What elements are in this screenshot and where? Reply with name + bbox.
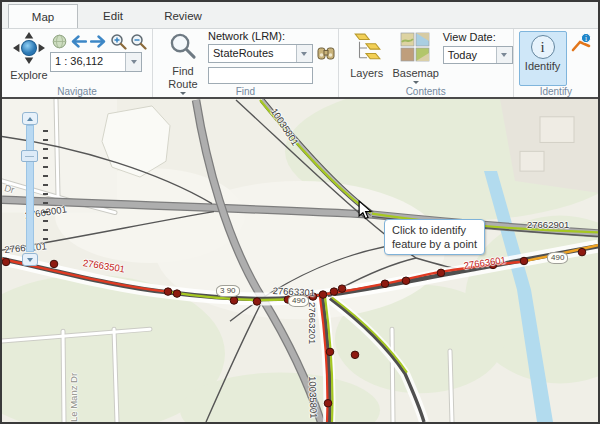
scale-value: 1 : 36,112 xyxy=(51,53,125,71)
event-editor-window: Map Edit Review Explore xyxy=(0,0,600,424)
zoom-in-icon[interactable] xyxy=(110,33,127,54)
tab-map[interactable]: Map xyxy=(8,4,78,28)
chevron-down-icon xyxy=(501,53,507,57)
group-contents: Layers Basemap xyxy=(339,29,514,97)
route-id-label: 27663201 xyxy=(307,302,318,344)
chevron-down-icon xyxy=(301,52,307,56)
route-shield: 490 xyxy=(288,295,309,307)
tooltip-line2: feature by a point xyxy=(392,237,477,251)
find-route-label-line1: Find xyxy=(172,65,193,77)
layers-button[interactable]: Layers xyxy=(345,31,389,80)
route-point-marker xyxy=(253,298,261,306)
info-icon: i xyxy=(531,35,555,59)
layers-icon xyxy=(352,32,382,66)
zoom-slider-tick xyxy=(43,184,48,186)
network-dropdown-button[interactable] xyxy=(296,45,312,62)
route-point-marker xyxy=(164,288,172,296)
zoom-slider-tick xyxy=(43,157,48,159)
route-shield: 3 90 xyxy=(216,285,240,297)
explore-label: Explore xyxy=(10,69,47,81)
basemap-label: Basemap xyxy=(392,67,438,79)
route-input[interactable] xyxy=(208,67,313,84)
tooltip-line1: Click to identify xyxy=(392,223,477,237)
identify-tooltip: Click to identify feature by a point xyxy=(384,219,485,255)
identify-route-location-icon[interactable]: i xyxy=(571,33,592,58)
svg-text:i: i xyxy=(585,34,587,43)
map-zoom-slider xyxy=(20,112,50,268)
find-group-label: Find xyxy=(153,86,338,97)
triangle-up-icon xyxy=(27,117,33,121)
zoom-slider-tick xyxy=(43,220,48,222)
route-point-marker xyxy=(324,399,332,407)
route-point-marker xyxy=(319,291,327,299)
route-point-marker xyxy=(50,260,58,268)
view-date-value: Today xyxy=(444,47,496,63)
identify-button-label: Identify xyxy=(525,60,560,72)
contents-group-label: Contents xyxy=(339,86,513,97)
street-name-label: Le Manz Dr xyxy=(68,373,79,422)
route-point-marker xyxy=(351,351,359,359)
network-combobox[interactable]: StateRoutes xyxy=(208,44,313,63)
group-find: Find Route Network (LRM): StateRoutes Fi… xyxy=(153,29,339,97)
route-point-marker xyxy=(437,269,445,277)
zoom-slider-handle[interactable] xyxy=(21,150,38,162)
explore-icon xyxy=(13,32,45,68)
zoom-slider-tick xyxy=(43,193,48,195)
route-point-marker xyxy=(326,348,334,356)
binoculars-icon[interactable] xyxy=(317,44,335,65)
route-point-marker xyxy=(520,257,528,265)
scale-dropdown-button[interactable] xyxy=(125,53,141,71)
route-id-label: 10035801 xyxy=(307,376,319,419)
next-extent-arrow-icon[interactable] xyxy=(90,34,107,53)
group-identify: i Identify i Identify xyxy=(514,29,598,97)
route-shield: 490 xyxy=(547,252,568,264)
zoom-slider-plus-button[interactable] xyxy=(22,112,38,125)
zoom-slider-tick xyxy=(43,166,48,168)
zoom-slider-track[interactable] xyxy=(26,125,34,252)
identify-group-label: Identify xyxy=(514,86,598,97)
layers-label: Layers xyxy=(350,67,383,79)
zoom-slider-minus-button[interactable] xyxy=(22,253,38,266)
view-date-label: View Date: xyxy=(443,31,496,43)
full-extent-globe-icon[interactable] xyxy=(52,34,67,53)
explore-button[interactable]: Explore xyxy=(6,31,52,82)
view-date-dropdown-button[interactable] xyxy=(496,47,512,63)
navigate-group-label: Navigate xyxy=(2,86,152,97)
route-point-marker xyxy=(230,297,238,305)
zoom-slider-tick xyxy=(43,130,48,132)
route-point-marker xyxy=(381,280,389,288)
route-point-marker xyxy=(338,285,346,293)
zoom-slider-tick xyxy=(43,202,48,204)
scale-combobox[interactable]: 1 : 36,112 xyxy=(50,52,142,72)
zoom-slider-tick xyxy=(43,139,48,141)
route-point-marker xyxy=(2,258,10,266)
zoom-slider-tick xyxy=(43,238,48,240)
zoom-slider-tick xyxy=(43,229,48,231)
zoom-slider-tick xyxy=(43,148,48,150)
chevron-down-icon xyxy=(413,81,419,84)
network-value: StateRoutes xyxy=(209,45,296,62)
map-canvas[interactable]: 2766300127663101276629012766330127663201… xyxy=(2,97,598,422)
basemap-icon xyxy=(400,32,431,66)
route-point-marker xyxy=(402,277,410,285)
basemap-button[interactable]: Basemap xyxy=(391,31,441,85)
group-navigate: Explore 1 : 36,112 xyxy=(2,29,153,97)
identify-button[interactable]: i Identify xyxy=(519,31,567,86)
ribbon-tabstrip: Map Edit Review xyxy=(2,2,598,29)
network-lrm-label: Network (LRM): xyxy=(208,30,285,42)
route-point-marker xyxy=(173,290,181,298)
tab-edit[interactable]: Edit xyxy=(78,4,148,28)
find-route-magnifier-icon xyxy=(169,32,197,64)
zoom-out-icon[interactable] xyxy=(130,33,147,54)
zoom-slider-tick xyxy=(43,211,48,213)
view-date-combobox[interactable]: Today xyxy=(443,46,513,64)
chevron-down-icon xyxy=(131,60,137,64)
previous-extent-arrow-icon[interactable] xyxy=(70,34,87,53)
ribbon: Map Edit Review Explore xyxy=(2,2,598,97)
route-point-marker xyxy=(330,288,338,296)
route-id-label: 27662901 xyxy=(527,219,569,230)
tab-review[interactable]: Review xyxy=(148,4,218,28)
mouse-cursor-icon xyxy=(356,200,374,224)
zoom-slider-tick xyxy=(43,175,48,177)
route-point-marker xyxy=(578,248,586,256)
